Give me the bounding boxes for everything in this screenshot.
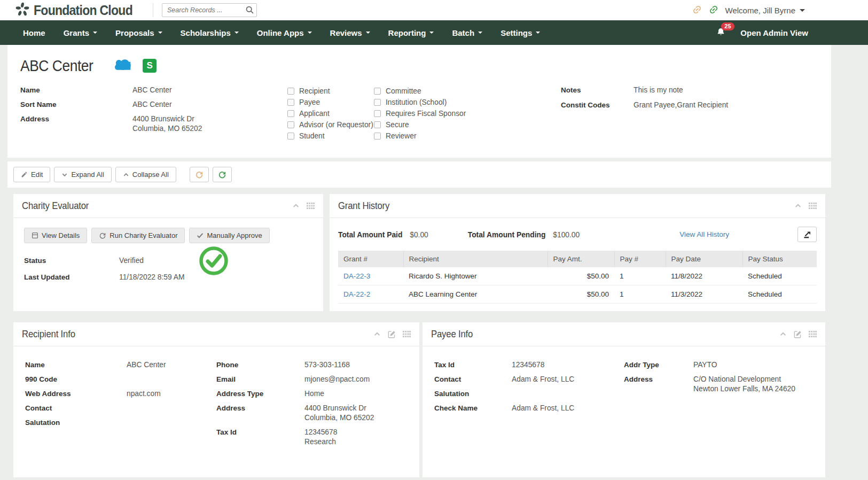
record-field-address: Address 4400 Brunswick Dr Columbia, MO 6… xyxy=(20,114,287,134)
expand-all-button[interactable]: Expand All xyxy=(54,167,111,182)
nav-item-scholarships[interactable]: Scholarships xyxy=(171,20,248,45)
panel-title: Recipient Info xyxy=(22,328,75,340)
checkbox-row-recipient: Recipient xyxy=(287,86,374,97)
user-menu[interactable]: Welcome, Jill Byrne xyxy=(725,6,805,15)
table-row: DA-22-3 Ricardo S. Hightower $50.00 1 11… xyxy=(338,267,817,285)
refresh-orange-button[interactable] xyxy=(190,167,209,182)
notification-count-badge: 25 xyxy=(721,22,734,30)
column-header-pay-amt[interactable]: Pay Amt. xyxy=(548,251,614,267)
secure-checkbox[interactable] xyxy=(374,121,381,128)
nav-item-batch[interactable]: Batch xyxy=(443,20,491,45)
collapse-panel-icon[interactable] xyxy=(292,202,300,210)
advisor-checkbox[interactable] xyxy=(287,121,294,128)
applicant-checkbox[interactable] xyxy=(287,110,294,117)
checkbox-row-fiscal-sponsor: Requires Fiscal Sponsor xyxy=(374,108,481,119)
nav-item-online-apps[interactable]: Online Apps xyxy=(248,20,321,45)
refresh-icon xyxy=(218,171,226,179)
open-admin-view-link[interactable]: Open Admin View xyxy=(740,28,808,37)
panel-title: Payee Info xyxy=(431,328,473,340)
info-field: Tax Id12345678 xyxy=(434,360,624,370)
welcome-text: Welcome, Jill Byrne xyxy=(725,6,795,15)
info-field: Salutation xyxy=(25,418,216,428)
manually-approve-button[interactable]: Manually Approve xyxy=(189,228,269,243)
recipient-checkbox[interactable] xyxy=(287,88,294,95)
collapse-panel-icon[interactable] xyxy=(373,330,381,338)
details-icon xyxy=(32,232,38,239)
checkbox-row-payee: Payee xyxy=(287,97,374,108)
export-icon xyxy=(803,230,811,239)
notifications-bell[interactable]: 25 xyxy=(716,27,725,38)
info-field: Phone573-303-1168 xyxy=(216,360,408,370)
nav-item-reviews[interactable]: Reviews xyxy=(321,20,379,45)
chevron-down-icon xyxy=(234,32,239,34)
s-badge-icon[interactable]: S xyxy=(143,59,157,73)
nav-item-grants[interactable]: Grants xyxy=(54,20,106,45)
drag-handle-grid-icon[interactable] xyxy=(809,331,817,338)
info-field: AddressC/O National Development Newton L… xyxy=(624,375,814,394)
record-summary-card: ABC Center S Name ABC Center Sort xyxy=(7,45,831,158)
student-checkbox[interactable] xyxy=(287,133,294,140)
chevron-down-icon xyxy=(536,32,540,34)
collapse-panel-icon[interactable] xyxy=(794,202,802,210)
link-green-icon[interactable] xyxy=(709,5,718,16)
nav-item-settings[interactable]: Settings xyxy=(491,20,549,45)
column-header-recipient[interactable]: Recipient xyxy=(403,251,548,267)
column-header-pay-date[interactable]: Pay Date xyxy=(666,251,742,267)
payee-info-panel: Payee Info Tax Id12345678 ContactAdam & … xyxy=(423,322,825,477)
committee-checkbox[interactable] xyxy=(374,88,381,95)
refresh-icon xyxy=(195,171,204,179)
drag-handle-grid-icon[interactable] xyxy=(403,331,411,338)
drag-handle-grid-icon[interactable] xyxy=(809,203,817,210)
nav-item-proposals[interactable]: Proposals xyxy=(106,20,171,45)
app-logo[interactable]: Foundation Cloud xyxy=(15,2,141,19)
chevron-down-icon xyxy=(93,32,97,34)
info-field: Address TypeHome xyxy=(216,389,408,399)
checkbox-row-advisor: Advisor (or Requestor) xyxy=(287,119,374,130)
salesforce-cloud-icon[interactable] xyxy=(115,59,131,73)
chevron-down-icon xyxy=(61,172,68,178)
export-grid-button[interactable] xyxy=(797,227,817,242)
info-field: Address4400 Brunswick Dr Columbia, MO 65… xyxy=(216,404,408,423)
verified-check-icon xyxy=(199,246,228,277)
grant-history-table: Grant # Recipient Pay Amt. Pay # Pay Dat… xyxy=(338,251,817,304)
reviewer-checkbox[interactable] xyxy=(374,133,381,140)
refresh-green-button[interactable] xyxy=(213,167,232,182)
grant-history-panel: Grant History Total Amount Paid $0.00 To… xyxy=(330,194,825,311)
view-all-history-link[interactable]: View All History xyxy=(679,230,729,238)
collapse-panel-icon[interactable] xyxy=(779,330,787,338)
charity-evaluator-panel: Charity Evaluator View Details xyxy=(13,194,323,311)
info-field: Addr TypePAYTO xyxy=(624,360,814,370)
column-header-grant-no[interactable]: Grant # xyxy=(338,251,403,267)
column-header-pay-no[interactable]: Pay # xyxy=(614,251,666,267)
info-field: 990 Code xyxy=(25,375,216,384)
column-header-pay-status[interactable]: Pay Status xyxy=(742,251,817,267)
record-field-name: Name ABC Center xyxy=(20,86,287,95)
link-orange-icon[interactable] xyxy=(692,5,702,16)
check-icon xyxy=(197,232,204,239)
panel-title: Charity Evaluator xyxy=(22,200,89,212)
nav-item-home[interactable]: Home xyxy=(14,20,54,45)
payee-checkbox[interactable] xyxy=(287,99,294,106)
record-toolbar: Edit Expand All Collapse All xyxy=(7,161,831,188)
drag-handle-grid-icon[interactable] xyxy=(307,203,315,210)
fiscal-sponsor-checkbox[interactable] xyxy=(374,110,381,117)
edit-panel-icon[interactable] xyxy=(794,330,802,338)
top-header: Foundation Cloud Welcome, Jill Byr xyxy=(0,0,868,20)
run-charity-evaluator-button[interactable]: Run Charity Evaluator xyxy=(91,228,185,243)
edit-button[interactable]: Edit xyxy=(13,167,50,182)
search-input[interactable] xyxy=(162,3,257,17)
info-field: Check NameAdam & Frost, LLC xyxy=(434,404,624,413)
record-field-sort-name: Sort Name ABC Center xyxy=(20,100,287,110)
institution-checkbox[interactable] xyxy=(374,99,381,106)
panel-title: Grant History xyxy=(338,200,389,212)
view-details-button[interactable]: View Details xyxy=(24,228,87,243)
logo-leaf-icon xyxy=(15,2,30,19)
search-icon[interactable] xyxy=(245,5,254,16)
collapse-all-button[interactable]: Collapse All xyxy=(115,167,176,182)
grant-link[interactable]: DA-22-2 xyxy=(343,290,370,298)
grant-link[interactable]: DA-22-3 xyxy=(343,272,370,280)
checkbox-row-reviewer: Reviewer xyxy=(374,130,481,142)
nav-item-reporting[interactable]: Reporting xyxy=(379,20,443,45)
table-row: DA-22-2 ABC Learning Center $50.00 1 11/… xyxy=(338,285,817,304)
edit-panel-icon[interactable] xyxy=(388,330,396,338)
